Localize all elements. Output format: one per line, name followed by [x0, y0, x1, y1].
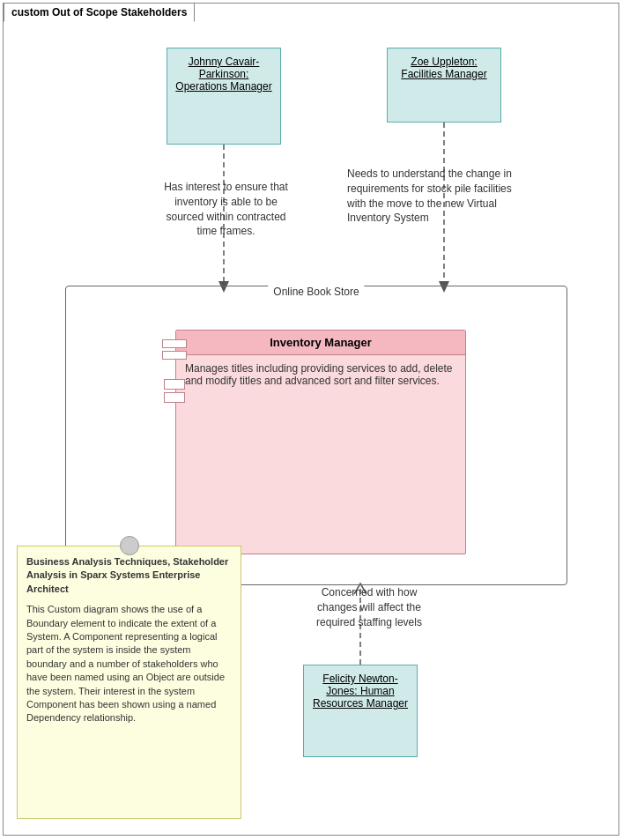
system-boundary-label: Online Book Store: [268, 286, 364, 298]
component-header: Inventory Manager: [176, 331, 465, 355]
inventory-manager-component: Inventory Manager Manages titles includi…: [175, 330, 466, 554]
zoe-name: Zoe Uppleton: Facilities Manager: [401, 56, 486, 80]
component-body: Manages titles including providing servi…: [176, 355, 465, 394]
felicity-name: Felicity Newton-Jones: Human Resources M…: [313, 673, 408, 710]
note-title: Business Analysis Techniques, Stakeholde…: [26, 555, 232, 596]
felicity-annotation: Concerned with how changes will affect t…: [303, 585, 435, 629]
note-body: This Custom diagram shows the use of a B…: [26, 603, 232, 725]
component-connectors: [164, 379, 185, 403]
note-legend-box: Business Analysis Techniques, Stakeholde…: [17, 546, 241, 819]
comp-rect-top: [162, 339, 187, 348]
connector-bottom: [164, 392, 185, 403]
johnny-annotation: Has interest to ensure that inventory is…: [162, 180, 290, 239]
zoe-annotation: Needs to understand the change in requir…: [347, 167, 523, 226]
zoe-stakeholder-box: Zoe Uppleton: Facilities Manager: [387, 48, 501, 123]
connector-top: [164, 379, 185, 390]
johnny-name: Johnny Cavair-Parkinson: Operations Mana…: [175, 56, 271, 93]
note-circle-icon: [120, 536, 139, 555]
johnny-stakeholder-box: Johnny Cavair-Parkinson: Operations Mana…: [167, 48, 281, 145]
main-container: custom Out of Scope Stakeholders Johnny …: [3, 3, 619, 836]
comp-rect-bottom: [162, 351, 187, 360]
page-title: custom Out of Scope Stakeholders: [11, 6, 187, 19]
component-icon: [162, 339, 187, 360]
felicity-stakeholder-box: Felicity Newton-Jones: Human Resources M…: [303, 665, 418, 757]
title-tab: custom Out of Scope Stakeholders: [4, 3, 195, 22]
